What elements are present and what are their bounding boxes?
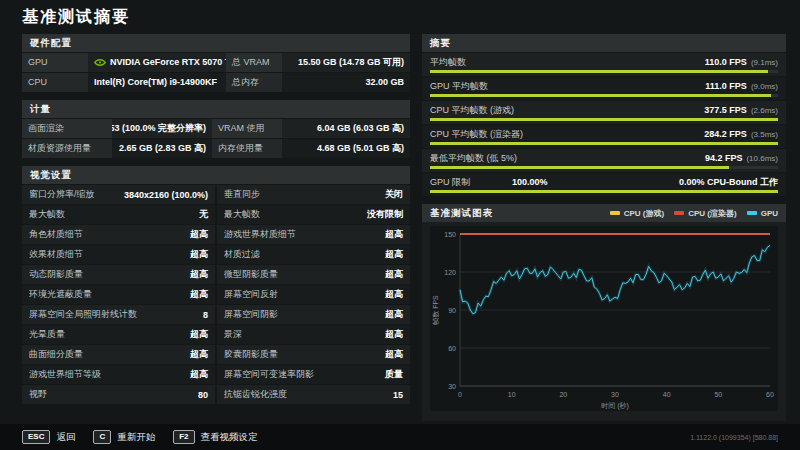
- setting-value: 3840x2160 (100.0%): [124, 190, 208, 200]
- setting-label: 最大帧数: [29, 208, 65, 221]
- summary-bar: [430, 166, 729, 169]
- summary-bar: [430, 118, 778, 121]
- setting-row: 视野80: [22, 385, 215, 404]
- setting-value: 超高: [385, 288, 403, 301]
- metrics-panel-header: 计量: [22, 100, 410, 118]
- x-tick-label: 30: [611, 391, 619, 398]
- summary-row: CPU 平均帧数 (渲染器)284.2 FPS(3.5ms): [422, 125, 786, 148]
- summary-bar-track: [430, 70, 778, 73]
- setting-label: 窗口分辨率/缩放: [29, 188, 95, 201]
- setting-label: 屏幕空间阴影: [224, 308, 278, 321]
- summary-row: GPU 限制100.00%0.00% CPU-Bound 工作: [422, 173, 786, 196]
- setting-row: 环境光遮蔽质量超高: [22, 285, 215, 304]
- setting-label: 屏幕空间反射: [224, 288, 278, 301]
- summary-row-line: GPU 限制100.00%0.00% CPU-Bound 工作: [430, 173, 778, 191]
- y-tick-label: 60: [448, 345, 456, 352]
- summary-label: CPU 平均帧数 (游戏): [430, 104, 514, 117]
- setting-row: 垂直同步关闭: [217, 185, 410, 204]
- hardware-value: Intel(R) Core(TM) i9-14900KF: [88, 73, 226, 92]
- summary-value-group: 111.0 FPS(9.0ms): [705, 81, 778, 91]
- setting-value: 没有限制: [367, 208, 403, 221]
- summary-bar-track: [430, 166, 778, 169]
- summary-label: GPU 限制: [430, 176, 470, 189]
- setting-label: 屏幕空间全局照明射线计数: [29, 308, 137, 321]
- setting-label: 动态阴影质量: [29, 268, 83, 281]
- legend-swatch-icon: [610, 211, 620, 215]
- summary-label: CPU 平均帧数 (渲染器): [430, 128, 523, 141]
- left-column: 硬件配置 GPUNVIDIA GeForce RTX 5070 Ti总 VRAM…: [22, 34, 410, 412]
- version-text: 1.1122.0 (1099354) [580.88]: [690, 434, 778, 441]
- metrics-value-text: 6553 (100.0% 完整分辨率): [112, 119, 206, 138]
- chart-panel: 基准测试图表 CPU (游戏)CPU (渲染器)GPU 306090120150…: [422, 204, 786, 421]
- setting-row: 屏幕空间可变速率阴影质量: [217, 365, 410, 384]
- setting-value: 超高: [385, 328, 403, 341]
- setting-row: 景深超高: [217, 325, 410, 344]
- setting-value: 超高: [190, 248, 208, 261]
- benchmark-summary-page: 基准测试摘要 硬件配置 GPUNVIDIA GeForce RTX 5070 T…: [0, 0, 800, 450]
- summary-bar-track: [430, 142, 778, 145]
- hardware-label: 总 VRAM: [226, 53, 282, 72]
- setting-value: 15: [393, 390, 403, 400]
- summary-value-ms: (9.1ms): [751, 58, 778, 67]
- summary-row: CPU 平均帧数 (游戏)377.5 FPS(2.6ms): [422, 101, 786, 124]
- setting-value: 80: [198, 390, 208, 400]
- setting-row: 最大帧数没有限制: [217, 205, 410, 224]
- metrics-label: VRAM 使用: [212, 119, 282, 138]
- summary-bar: [430, 94, 771, 97]
- legend-item: CPU (渲染器): [674, 208, 736, 219]
- setting-label: 垂直同步: [224, 188, 260, 201]
- setting-label: 环境光遮蔽质量: [29, 288, 92, 301]
- setting-row: 游戏世界细节等级超高: [22, 365, 215, 384]
- metrics-row: 材质资源使用量2.65 GB (2.83 GB 高)内存使用量4.68 GB (…: [22, 139, 410, 158]
- summary-row-line: 最低平均帧数 (低 5%)94.2 FPS(10.6ms): [430, 149, 778, 167]
- footer-hint-c[interactable]: C重新开始: [93, 430, 155, 444]
- setting-label: 效果材质细节: [29, 248, 83, 261]
- visual-settings-panel-header: 视觉设置: [22, 166, 410, 184]
- footer-bar: ESC返回C重新开始F2查看视频设定 1.1122.0 (1099354) [5…: [0, 424, 800, 450]
- hardware-panel: 硬件配置 GPUNVIDIA GeForce RTX 5070 Ti总 VRAM…: [22, 34, 410, 92]
- footer-hint-f2[interactable]: F2查看视频设定: [173, 430, 257, 444]
- legend-label: CPU (游戏): [624, 208, 664, 219]
- setting-row: 抗锯齿锐化强度15: [217, 385, 410, 404]
- setting-value: 超高: [190, 288, 208, 301]
- y-tick-label: 120: [444, 269, 456, 276]
- summary-label: GPU 平均帧数: [430, 80, 488, 93]
- summary-row-line: CPU 平均帧数 (渲染器)284.2 FPS(3.5ms): [430, 125, 778, 143]
- footer-hint-esc[interactable]: ESC返回: [22, 430, 75, 444]
- benchmark-line-chart: 3060901201500102030405060时间 (秒)帧数 FPS: [430, 226, 778, 411]
- x-tick-label: 0: [458, 391, 462, 398]
- x-tick-label: 60: [766, 391, 774, 398]
- hardware-label: CPU: [22, 73, 88, 92]
- hardware-panel-header: 硬件配置: [22, 34, 410, 52]
- setting-row: 材质过滤超高: [217, 245, 410, 264]
- metrics-value: 6553 (100.0% 完整分辨率): [112, 119, 212, 138]
- hardware-row: GPUNVIDIA GeForce RTX 5070 Ti总 VRAM15.50…: [22, 53, 410, 72]
- setting-label: 角色材质细节: [29, 228, 83, 241]
- setting-row: 屏幕空间全局照明射线计数8: [22, 305, 215, 324]
- summary-value-group: 94.2 FPS(10.6ms): [705, 153, 778, 163]
- chart-title: 基准测试图表: [430, 207, 493, 220]
- x-tick-label: 40: [663, 391, 671, 398]
- legend-label: CPU (渲染器): [688, 208, 736, 219]
- y-tick-label: 90: [448, 307, 456, 314]
- setting-label: 抗锯齿锐化强度: [224, 388, 287, 401]
- y-tick-label: 150: [444, 231, 456, 238]
- summary-value: 0.00% CPU-Bound 工作: [679, 176, 778, 189]
- setting-label: 最大帧数: [224, 208, 260, 221]
- summary-panel: 摘要 平均帧数110.0 FPS(9.1ms)GPU 平均帧数111.0 FPS…: [422, 34, 786, 196]
- setting-row: 微型阴影质量超高: [217, 265, 410, 284]
- summary-value-ms: (9.0ms): [751, 82, 778, 91]
- chart-body: 3060901201500102030405060时间 (秒)帧数 FPS: [422, 222, 786, 421]
- metrics-value: 4.68 GB (5.01 GB 高): [282, 139, 410, 158]
- footer-hint-label: 重新开始: [117, 431, 155, 444]
- summary-rows: 平均帧数110.0 FPS(9.1ms)GPU 平均帧数111.0 FPS(9.…: [422, 53, 786, 196]
- hardware-label: GPU: [22, 53, 88, 72]
- setting-label: 胶囊阴影质量: [224, 348, 278, 361]
- setting-value: 超高: [385, 248, 403, 261]
- summary-value: 110.0 FPS: [705, 57, 747, 67]
- y-axis-label: 帧数 FPS: [432, 295, 439, 325]
- chart-legend: CPU (游戏)CPU (渲染器)GPU: [610, 208, 778, 219]
- setting-label: 景深: [224, 328, 242, 341]
- summary-label: 平均帧数: [430, 56, 466, 69]
- key-esc-chip: ESC: [22, 430, 50, 444]
